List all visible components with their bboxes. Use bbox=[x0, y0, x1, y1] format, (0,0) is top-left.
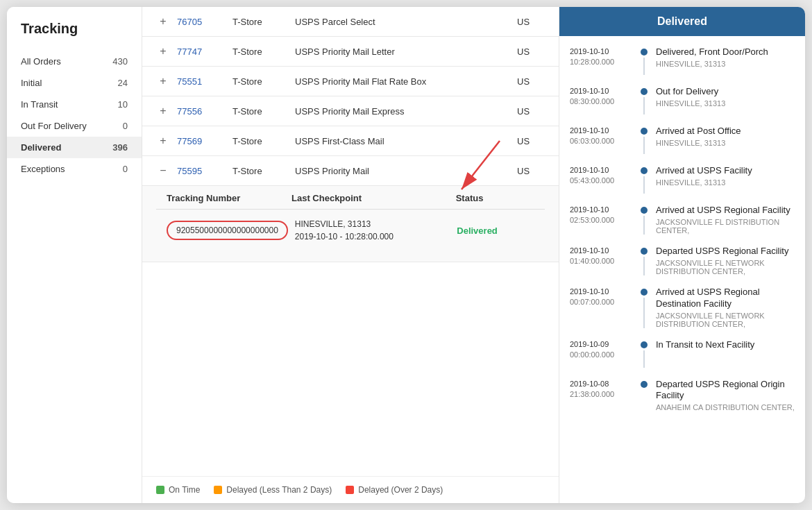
legend-delayed-minor-label: Delayed (Less Than 2 Days) bbox=[226, 485, 332, 495]
sidebar-item-in-transit[interactable]: In Transit 10 bbox=[7, 94, 142, 115]
timeline-line bbox=[643, 350, 645, 368]
sidebar-label: Out For Delivery bbox=[21, 121, 87, 131]
timeline-dot-col bbox=[639, 46, 649, 75]
expand-button[interactable]: + bbox=[156, 15, 170, 28]
timeline-dot bbox=[641, 128, 648, 135]
order-id[interactable]: 75551 bbox=[177, 76, 226, 87]
legend-delayed-minor: Delayed (Less Than 2 Days) bbox=[214, 485, 332, 495]
order-service: USPS Priority Mail bbox=[295, 166, 510, 176]
sidebar-label: Initial bbox=[21, 78, 42, 88]
expand-button[interactable]: − bbox=[156, 164, 170, 177]
timeline-event: Arrived at USPS Regional Destination Fac… bbox=[656, 287, 795, 310]
sidebar-item-exceptions[interactable]: Exceptions 0 bbox=[7, 158, 142, 180]
timeline-content-col: Arrived at USPS Regional Facility JACKSO… bbox=[656, 205, 795, 235]
timeline-location: JACKSONVILLE FL NETWORK DISTRIBUTION CEN… bbox=[656, 312, 795, 328]
order-service: USPS First-Class Mail bbox=[295, 136, 510, 146]
timeline-content-col: Out for Delivery HINESVILLE, 31313 bbox=[656, 86, 795, 114]
timeline-date-col: 2019-10-10 08:30:00.000 bbox=[570, 86, 632, 114]
sidebar-label: All Orders bbox=[21, 56, 61, 67]
order-store: T-Store bbox=[232, 17, 288, 27]
tracking-status-cell: Delivered bbox=[457, 226, 534, 236]
order-row: + 77747 T-Store USPS Priority Mail Lette… bbox=[142, 37, 559, 67]
timeline-content-col: In Transit to Next Facility bbox=[656, 339, 795, 368]
timeline-date: 2019-10-10 bbox=[570, 86, 632, 96]
legend: On Time Delayed (Less Than 2 Days) Delay… bbox=[142, 476, 559, 503]
timeline-content-col: Arrived at USPS Facility HINESVILLE, 313… bbox=[656, 165, 795, 194]
timeline-item: 2019-10-10 06:03:00.000 Arrived at Post … bbox=[570, 126, 795, 154]
order-id[interactable]: 77569 bbox=[177, 136, 226, 146]
timeline-item: 2019-10-10 00:07:00.000 Arrived at USPS … bbox=[570, 287, 795, 328]
expand-button[interactable]: + bbox=[156, 105, 170, 117]
timeline-date-col: 2019-10-10 10:28:00.000 bbox=[570, 46, 632, 75]
order-id[interactable]: 75595 bbox=[177, 166, 226, 176]
timeline-date-col: 2019-10-10 06:03:00.000 bbox=[570, 126, 632, 154]
expand-button[interactable]: + bbox=[156, 45, 170, 58]
timeline-date: 2019-10-09 bbox=[570, 339, 632, 350]
right-panel: Delivered 2019-10-10 10:28:00.000 Delive… bbox=[559, 7, 805, 503]
tracking-table-header: Tracking Number Last Checkpoint Status bbox=[156, 186, 545, 210]
timeline-event: Arrived at USPS Regional Facility bbox=[656, 205, 795, 216]
timeline-time: 05:43:00.000 bbox=[570, 176, 632, 186]
order-store: T-Store bbox=[232, 106, 288, 117]
col-header-tracking: Tracking Number bbox=[167, 193, 285, 203]
orders-list: + 76705 T-Store USPS Parcel Select US + … bbox=[142, 7, 559, 262]
order-id[interactable]: 77556 bbox=[177, 106, 226, 117]
legend-delayed-major: Delayed (Over 2 Days) bbox=[346, 485, 443, 495]
timeline-item: 2019-10-10 10:28:00.000 Delivered, Front… bbox=[570, 46, 795, 75]
sidebar-count: 24 bbox=[118, 78, 128, 88]
expand-button[interactable]: + bbox=[156, 75, 170, 87]
legend-dot-delayed-major bbox=[346, 486, 354, 494]
app-container: Tracking All Orders 430 Initial 24 In Tr… bbox=[7, 7, 805, 503]
timeline-time: 06:03:00.000 bbox=[570, 136, 632, 146]
timeline-line bbox=[643, 176, 645, 194]
timeline-line bbox=[643, 298, 645, 328]
timeline-date-col: 2019-10-08 21:38:00.000 bbox=[570, 379, 632, 412]
tracking-number-value[interactable]: 9205500000000000000000 bbox=[167, 221, 288, 240]
order-store: T-Store bbox=[232, 46, 288, 57]
sidebar-label: Delivered bbox=[21, 142, 62, 153]
tracking-number-cell: 9205500000000000000000 bbox=[167, 221, 288, 240]
timeline-time: 10:28:00.000 bbox=[570, 57, 632, 67]
expand-button[interactable]: + bbox=[156, 135, 170, 147]
sidebar-count: 396 bbox=[112, 142, 128, 153]
timeline-dot-col bbox=[639, 205, 649, 235]
timeline-dot-col bbox=[639, 379, 649, 412]
order-country: US bbox=[517, 106, 545, 117]
order-country: US bbox=[517, 76, 545, 87]
order-id[interactable]: 76705 bbox=[177, 17, 226, 27]
col-header-status: Status bbox=[456, 193, 534, 203]
sidebar-label: Exceptions bbox=[21, 164, 65, 174]
timeline-item: 2019-10-10 05:43:00.000 Arrived at USPS … bbox=[570, 165, 795, 194]
order-id[interactable]: 77747 bbox=[177, 46, 226, 57]
order-row: + 75551 T-Store USPS Priority Mail Flat … bbox=[142, 67, 559, 96]
sidebar-item-all-orders[interactable]: All Orders 430 bbox=[7, 51, 142, 72]
timeline-location: JACKSONVILLE FL NETWORK DISTRIBUTION CEN… bbox=[656, 259, 795, 275]
timeline-dot bbox=[641, 341, 648, 348]
timeline-time: 08:30:00.000 bbox=[570, 96, 632, 107]
timeline-date: 2019-10-10 bbox=[570, 46, 632, 57]
timeline-line bbox=[643, 58, 645, 75]
timeline-time: 02:53:00.000 bbox=[570, 215, 632, 226]
order-row: − 75595 T-Store USPS Priority Mail US bbox=[142, 156, 559, 186]
sidebar: Tracking All Orders 430 Initial 24 In Tr… bbox=[7, 7, 142, 503]
timeline-item: 2019-10-09 00:00:00.000 In Transit to Ne… bbox=[570, 339, 795, 368]
legend-on-time: On Time bbox=[156, 485, 200, 495]
timeline-date: 2019-10-10 bbox=[570, 165, 632, 176]
right-panel-header: Delivered bbox=[559, 7, 805, 36]
timeline-date-col: 2019-10-10 05:43:00.000 bbox=[570, 165, 632, 194]
tracking-table-row: 9205500000000000000000 HINESVILLE, 31313… bbox=[156, 210, 545, 251]
timeline-location: HINESVILLE, 31313 bbox=[656, 139, 795, 147]
timeline-dot bbox=[641, 207, 648, 214]
sidebar-item-out-for-delivery[interactable]: Out For Delivery 0 bbox=[7, 115, 142, 137]
timeline-location: HINESVILLE, 31313 bbox=[656, 99, 795, 108]
sidebar-item-delivered[interactable]: Delivered 396 bbox=[7, 137, 142, 158]
timeline-event: Arrived at USPS Facility bbox=[656, 165, 795, 177]
timeline-dot-col bbox=[639, 86, 649, 114]
order-store: T-Store bbox=[232, 166, 288, 176]
timeline-content-col: Arrived at Post Office HINESVILLE, 31313 bbox=[656, 126, 795, 154]
tracking-expanded: Tracking Number Last Checkpoint Status 9… bbox=[142, 186, 559, 262]
timeline-content-col: Arrived at USPS Regional Destination Fac… bbox=[656, 287, 795, 328]
legend-on-time-label: On Time bbox=[169, 485, 200, 495]
timeline-date: 2019-10-08 bbox=[570, 379, 632, 389]
sidebar-item-initial[interactable]: Initial 24 bbox=[7, 72, 142, 94]
